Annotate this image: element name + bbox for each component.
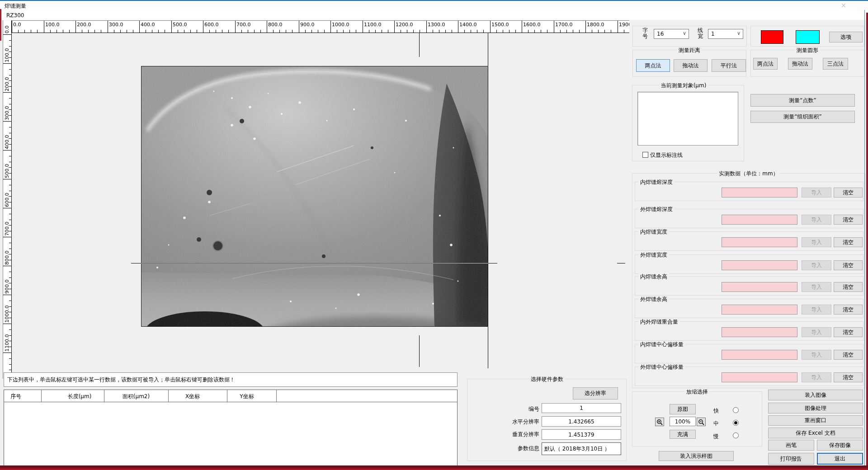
vertical-resolution-field[interactable]: 1.451379 bbox=[542, 429, 621, 440]
h-major-tick bbox=[522, 21, 522, 33]
title-bar bbox=[0, 0, 868, 10]
v-tick-label: 700.0 bbox=[4, 222, 10, 236]
distance-method-drag[interactable]: 拖动法 bbox=[674, 59, 708, 72]
window-right-border bbox=[864, 10, 865, 465]
distance-method-parallel[interactable]: 平行法 bbox=[712, 59, 746, 72]
speed-fast-radio[interactable] bbox=[733, 407, 739, 413]
h-minor-tick bbox=[216, 30, 216, 33]
table-column-separator bbox=[276, 390, 277, 402]
save-image-button[interactable]: 保存图像 bbox=[817, 440, 863, 451]
h-tick-label: 1800.0 bbox=[587, 22, 604, 28]
h-tick-label: 1100.0 bbox=[364, 22, 382, 28]
circle-method-two-point[interactable]: 两点法 bbox=[753, 58, 778, 70]
hardware-id-field[interactable]: 1 bbox=[542, 403, 621, 413]
options-button[interactable]: 选项 bbox=[829, 32, 863, 42]
clear-button-8[interactable]: 清空 bbox=[834, 372, 863, 382]
zoom-percent-field[interactable]: 100% bbox=[670, 417, 696, 426]
import-button-2[interactable]: 导入 bbox=[802, 237, 831, 247]
measured-field-5[interactable] bbox=[722, 305, 797, 315]
import-button-7[interactable]: 导入 bbox=[802, 350, 831, 360]
crosshair-vertical-bottom bbox=[419, 335, 420, 367]
import-button-8[interactable]: 导入 bbox=[802, 372, 831, 382]
data-table[interactable]: 序号长度(μm)面积(μm2)X坐标Y坐标 bbox=[4, 390, 458, 466]
clear-button-7[interactable]: 清空 bbox=[834, 350, 863, 360]
clear-button-4[interactable]: 清空 bbox=[834, 282, 863, 292]
crosshair-vertical-top bbox=[419, 33, 420, 57]
redraw-window-button[interactable]: 重画窗口 bbox=[768, 415, 863, 426]
measured-field-2[interactable] bbox=[722, 237, 797, 247]
clear-button-6[interactable]: 清空 bbox=[834, 327, 863, 337]
clear-button-2[interactable]: 清空 bbox=[834, 237, 863, 247]
h-minor-tick bbox=[369, 30, 369, 33]
load-image-button[interactable]: 装入图像 bbox=[768, 390, 863, 400]
h-minor-tick bbox=[356, 30, 356, 33]
speed-medium-radio[interactable] bbox=[733, 420, 739, 426]
h-minor-tick bbox=[165, 30, 165, 33]
exit-button[interactable]: 退出 bbox=[817, 453, 863, 465]
measured-field-3[interactable] bbox=[722, 260, 797, 270]
primary-color-swatch[interactable] bbox=[761, 30, 783, 44]
clear-button-0[interactable]: 清空 bbox=[834, 188, 863, 197]
load-demo-button[interactable]: 装入演示样图 bbox=[659, 451, 734, 461]
zoom-out-button[interactable] bbox=[697, 418, 706, 426]
measure-distance-title: 测量距离 bbox=[677, 47, 702, 54]
h-minor-tick bbox=[114, 30, 114, 33]
h-minor-tick bbox=[31, 30, 31, 33]
measured-field-7[interactable] bbox=[722, 350, 797, 360]
select-resolution-button[interactable]: 选分辨率 bbox=[573, 387, 618, 400]
process-image-button[interactable]: 图像处理 bbox=[768, 403, 863, 414]
measured-field-4[interactable] bbox=[722, 282, 797, 292]
clear-button-5[interactable]: 清空 bbox=[834, 305, 863, 315]
import-button-1[interactable]: 导入 bbox=[802, 215, 831, 225]
fit-button[interactable]: 充满 bbox=[670, 430, 696, 439]
h-minor-tick bbox=[241, 30, 242, 33]
clear-button-3[interactable]: 清空 bbox=[834, 260, 863, 270]
circle-method-three-point[interactable]: 三点法 bbox=[823, 58, 848, 70]
param-info-field[interactable]: 默认（ 2018年3月10日 ） bbox=[542, 442, 621, 455]
import-button-4[interactable]: 导入 bbox=[802, 282, 831, 292]
original-size-button[interactable]: 原图 bbox=[670, 404, 696, 414]
measured-field-6[interactable] bbox=[722, 327, 797, 337]
zoom-in-button[interactable] bbox=[655, 418, 664, 426]
import-button-3[interactable]: 导入 bbox=[802, 260, 831, 270]
measured-field-8[interactable] bbox=[722, 372, 797, 382]
horizontal-resolution-field[interactable]: 1.432665 bbox=[542, 416, 621, 427]
circle-method-drag[interactable]: 拖动法 bbox=[788, 58, 812, 70]
clear-button-1[interactable]: 清空 bbox=[834, 215, 863, 225]
import-button-0[interactable]: 导入 bbox=[802, 188, 831, 197]
secondary-color-swatch[interactable] bbox=[796, 30, 820, 44]
print-report-button[interactable]: 打印报告 bbox=[768, 453, 814, 465]
save-excel-button[interactable]: 保存 Excel 文档 bbox=[768, 428, 863, 438]
measure-points-button[interactable]: 测量“点数” bbox=[750, 94, 855, 107]
speed-slow-radio[interactable] bbox=[733, 432, 739, 438]
font-size-select[interactable]: 16∨ bbox=[654, 29, 689, 39]
measured-field-1[interactable] bbox=[722, 215, 797, 225]
h-minor-tick bbox=[228, 30, 229, 33]
zoom-title: 放缩选择 bbox=[684, 388, 710, 396]
brush-button[interactable]: 画笔 bbox=[768, 440, 814, 451]
measure-area-button[interactable]: 测量“组织面积” bbox=[750, 111, 855, 123]
h-minor-tick bbox=[604, 30, 605, 33]
h-minor-tick bbox=[127, 30, 127, 33]
hardware-title: 选择硬件参数 bbox=[529, 376, 565, 383]
v-tick-label: 1000.0 bbox=[4, 306, 10, 323]
h-minor-tick bbox=[190, 30, 191, 33]
import-button-6[interactable]: 导入 bbox=[802, 327, 831, 337]
measured-field-0[interactable] bbox=[722, 188, 797, 197]
import-button-5[interactable]: 导入 bbox=[802, 305, 831, 315]
hardware-field-label: 参数信息 bbox=[518, 445, 539, 452]
close-icon[interactable]: × bbox=[837, 1, 850, 9]
h-minor-tick bbox=[209, 30, 210, 33]
current-object-listbox[interactable] bbox=[637, 92, 738, 146]
h-major-tick bbox=[267, 21, 267, 33]
line-width-select[interactable]: 1∨ bbox=[708, 29, 743, 39]
h-major-tick bbox=[12, 21, 12, 33]
h-minor-tick bbox=[324, 30, 325, 33]
h-major-tick bbox=[394, 21, 395, 33]
measured-row-label: 外焊缝中心偏移量 bbox=[638, 363, 685, 371]
show-annotation-only-checkbox[interactable] bbox=[642, 152, 648, 158]
distance-method-two-point[interactable]: 两点法 bbox=[636, 59, 670, 72]
h-minor-tick bbox=[292, 30, 292, 33]
menu-item-rz300[interactable]: RZ300 bbox=[6, 12, 24, 19]
weld-photo[interactable] bbox=[141, 66, 488, 327]
